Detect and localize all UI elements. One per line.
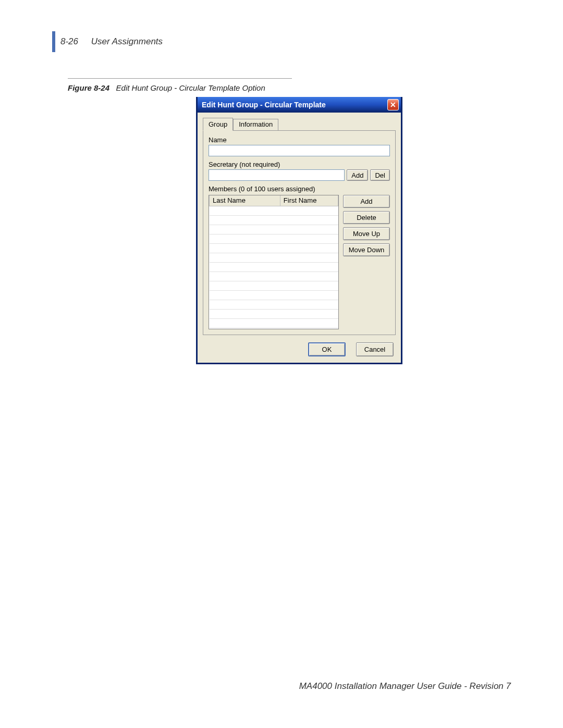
dialog-title: Edit Hunt Group - Circular Template: [202, 101, 326, 109]
secretary-del-button[interactable]: Del: [370, 169, 390, 181]
header-accent: [52, 31, 55, 52]
cancel-button[interactable]: Cancel: [356, 342, 394, 356]
table-row: [210, 300, 338, 309]
name-label: Name: [209, 136, 390, 144]
tab-panel-group: Name Secretary (not required) Add Del Me…: [203, 130, 396, 335]
table-row: [210, 281, 338, 290]
secretary-label: Secretary (not required): [209, 161, 390, 168]
figure-label: Figure 8-24: [68, 83, 109, 92]
table-row: [210, 225, 338, 234]
page-footer: MA4000 Installation Manager User Guide -…: [299, 681, 511, 692]
members-button-group: Add Delete Move Up Move Down: [343, 195, 390, 329]
page-header: 8-26 User Assignments: [60, 36, 163, 47]
page-number: 8-26: [60, 36, 78, 46]
tab-strip: Group Information: [203, 118, 396, 131]
add-member-button[interactable]: Add: [343, 195, 390, 208]
ok-button[interactable]: OK: [308, 342, 346, 356]
delete-member-button[interactable]: Delete: [343, 211, 390, 224]
tab-information[interactable]: Information: [233, 119, 278, 131]
figure-caption: Figure 8-24 Edit Hunt Group - Circular T…: [68, 83, 265, 92]
members-grid[interactable]: Last Name First Name: [209, 195, 339, 329]
table-row: [210, 309, 338, 318]
move-down-button[interactable]: Move Down: [343, 243, 390, 256]
col-first-name[interactable]: First Name: [280, 195, 338, 206]
secretary-input[interactable]: [209, 169, 345, 181]
edit-hunt-group-dialog: Edit Hunt Group - Circular Template ✕ Gr…: [196, 97, 402, 364]
table-row: [210, 253, 338, 262]
table-row: [210, 234, 338, 243]
figure-caption-text: Edit Hunt Group - Circular Template Opti…: [116, 83, 265, 92]
table-row: [210, 206, 338, 215]
close-button[interactable]: ✕: [387, 99, 399, 110]
section-title: User Assignments: [91, 36, 163, 46]
move-up-button[interactable]: Move Up: [343, 227, 390, 240]
secretary-add-button[interactable]: Add: [347, 169, 368, 181]
col-last-name[interactable]: Last Name: [210, 195, 280, 206]
close-icon: ✕: [390, 101, 396, 109]
tab-group[interactable]: Group: [203, 118, 233, 131]
name-input[interactable]: [209, 145, 390, 156]
table-row: [210, 290, 338, 300]
dialog-titlebar: Edit Hunt Group - Circular Template ✕: [198, 97, 401, 113]
table-row: [210, 272, 338, 281]
dialog-footer: OK Cancel: [203, 342, 396, 356]
table-row: [210, 318, 338, 328]
figure-rule: [68, 78, 292, 79]
table-row: [210, 262, 338, 272]
table-row: [210, 243, 338, 253]
members-label: Members (0 of 100 users assigned): [209, 185, 390, 193]
table-row: [210, 215, 338, 225]
